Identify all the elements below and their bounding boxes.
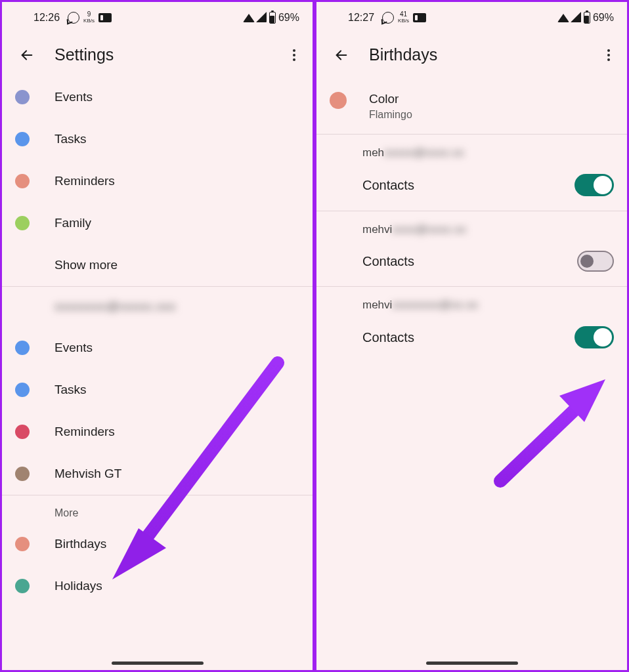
back-arrow-icon [20,48,34,62]
calendar-label: Tasks [54,132,87,146]
battery-indicator: 69% [269,12,299,24]
status-bar: 12:27 41 KB/s 69% [316,2,627,33]
back-button[interactable] [18,46,36,64]
svg-line-4 [500,406,579,481]
calendar-item-birthdays[interactable]: Birthdays [2,523,313,565]
more-section-header: More [2,495,313,523]
contacts-toggle-row[interactable]: Contacts [316,242,627,286]
network-speed: 9 KB/s [83,11,95,24]
color-dot [15,174,30,188]
calendar-item-mehvish-gt[interactable]: Mehvish GT [2,453,313,495]
whatsapp-icon [382,12,394,24]
status-bar: 12:26 9 KB/s 69% [2,2,313,33]
birthdays-screen: 12:27 41 KB/s 69% Birthday [316,2,627,670]
contacts-label: Contacts [362,178,414,193]
settings-screen: 12:26 9 KB/s 69% Settings [2,2,313,670]
signal-icon [572,13,581,22]
show-more-button[interactable]: Show more [2,244,313,286]
color-setting-row[interactable]: Color Flamingo [316,76,627,134]
contacts-toggle-row[interactable]: Contacts [316,317,627,363]
whatsapp-icon [68,12,79,24]
page-title: Birthdays [369,45,599,64]
calendar-item-reminders-2[interactable]: Reminders [2,411,313,453]
calendar-label: Events [54,90,93,104]
color-name: Flamingo [369,109,412,121]
contacts-toggle[interactable] [577,251,614,272]
battery-icon [584,12,590,24]
account-header: xxxxxxxx@xxxxx.xxx [2,287,313,327]
svg-marker-5 [559,379,605,422]
id-badge-icon [98,13,112,22]
color-dot [15,467,30,481]
wifi-icon [243,14,255,22]
app-header: Settings [2,33,313,76]
color-dot [15,579,30,593]
overflow-menu-button[interactable] [285,46,303,64]
contacts-label: Contacts [362,254,414,269]
calendar-label: Birthdays [54,537,106,551]
account-email: mehxxxxx@xxxx.xx [316,135,627,165]
color-dot [15,425,30,439]
status-time: 12:26 [33,12,60,24]
account-block-1: mehxxxxx@xxxx.xx Contacts [316,134,627,211]
app-header: Birthdays [316,33,627,76]
account-email: mehvixxxx@xxxx.xx [316,211,627,242]
calendar-label: Events [54,341,93,355]
color-dot [15,341,30,355]
calendar-label: Family [54,216,91,230]
status-time: 12:27 [348,12,374,24]
color-dot [15,537,30,551]
color-title: Color [369,92,412,106]
color-dot [330,92,347,109]
calendar-label: Reminders [54,425,115,439]
calendar-item-events[interactable]: Events [2,76,313,118]
gesture-nav-pill[interactable] [112,662,204,665]
account-block-3: mehvixxxxxxxx@xx.xx Contacts [316,286,627,363]
calendar-list-more: Birthdays Holidays [2,523,313,607]
color-dot [15,132,30,146]
annotation-arrow-icon [481,369,618,501]
calendar-item-tasks[interactable]: Tasks [2,118,313,160]
color-dot [15,383,30,397]
calendar-item-tasks-2[interactable]: Tasks [2,369,313,411]
network-speed: 41 KB/s [398,11,409,24]
account-block-2: mehvixxxx@xxxx.xx Contacts [316,211,627,286]
color-dot [15,90,30,104]
battery-icon [269,12,276,24]
back-arrow-icon [334,48,349,62]
calendar-label: Reminders [54,174,115,188]
back-button[interactable] [332,46,351,64]
contacts-toggle[interactable] [575,326,614,348]
id-badge-icon [413,13,426,22]
color-dot [15,216,30,230]
calendar-list-2: Events Tasks Reminders Mehvish GT [2,327,313,495]
calendar-item-holidays[interactable]: Holidays [2,565,313,607]
calendar-label: Tasks [54,383,87,397]
contacts-toggle-row[interactable]: Contacts [316,165,627,211]
wifi-icon [557,14,569,22]
contacts-toggle[interactable] [575,174,614,196]
account-email: mehvixxxxxxxx@xx.xx [316,287,627,317]
battery-indicator: 69% [584,12,614,24]
overflow-menu-button[interactable] [599,46,618,64]
gesture-nav-pill[interactable] [426,662,518,665]
calendar-label: Mehvish GT [54,467,121,481]
calendar-item-family[interactable]: Family [2,202,313,244]
signal-icon [257,13,267,22]
calendar-item-events-2[interactable]: Events [2,327,313,369]
page-title: Settings [54,45,285,64]
contacts-label: Contacts [362,330,414,345]
calendar-label: Holidays [54,579,102,593]
calendar-list-1: Events Tasks Reminders Family Show more [2,76,313,286]
calendar-item-reminders[interactable]: Reminders [2,160,313,202]
